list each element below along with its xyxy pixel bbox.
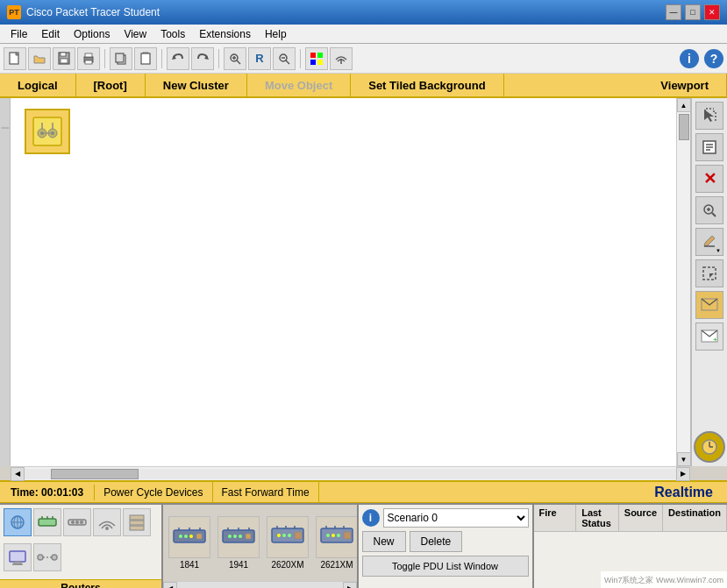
category-routers[interactable]	[4, 508, 32, 536]
separator-2	[161, 49, 162, 68]
pdu-info-icon[interactable]: i	[362, 509, 380, 527]
note-tool-button[interactable]	[695, 133, 723, 161]
copy-button[interactable]	[110, 47, 132, 70]
nav-move-object[interactable]: Move Object	[247, 74, 351, 96]
open-button[interactable]	[28, 47, 51, 70]
add-complex-pdu-button[interactable]: +	[695, 322, 723, 351]
power-cycle-button[interactable]: Power Cycle Devices	[95, 482, 212, 502]
devices-scroll-left[interactable]: ◀	[163, 582, 177, 589]
cluster-icon[interactable]	[25, 109, 70, 154]
save-button[interactable]	[53, 47, 75, 70]
menu-help[interactable]: Help	[258, 25, 294, 43]
svg-point-78	[184, 535, 188, 538]
fire-table-header: Fire Last Status Source Destination	[534, 505, 728, 532]
nav-bar: Logical [Root] New Cluster Move Object S…	[0, 74, 727, 98]
close-button[interactable]: ✕	[704, 4, 720, 20]
canvas-area[interactable]	[11, 98, 676, 466]
scroll-thumb-v[interactable]	[679, 114, 689, 140]
scroll-up-arrow[interactable]: ▲	[677, 98, 691, 112]
app-icon: PT	[7, 5, 21, 19]
category-label: Routers	[0, 579, 161, 588]
category-wireless[interactable]	[93, 508, 121, 536]
maximize-button[interactable]: □	[685, 4, 701, 20]
svg-point-85	[228, 535, 232, 538]
add-simple-pdu-button[interactable]	[695, 291, 723, 319]
antenna-button[interactable]	[330, 47, 353, 70]
pdu-new-button[interactable]: New	[362, 531, 406, 552]
window-title: Cisco Packet Tracer Student	[26, 6, 666, 18]
menu-extensions[interactable]: Extensions	[192, 25, 258, 43]
main-toolbar: R i ?	[0, 44, 727, 74]
device-1841[interactable]: 1841	[167, 514, 212, 571]
menu-options[interactable]: Options	[67, 25, 117, 43]
category-connections[interactable]	[33, 543, 61, 571]
device-items-scrollbar[interactable]: ◀ ▶	[163, 581, 357, 588]
nav-new-cluster[interactable]: New Cluster	[146, 74, 247, 96]
fire-col-dest: Destination	[663, 505, 727, 531]
time-display: Time: 00:01:03	[0, 485, 95, 500]
paste-button[interactable]	[134, 47, 157, 70]
zoom-in-tool[interactable]	[695, 196, 723, 224]
realtime-button[interactable]	[694, 431, 725, 463]
help-button[interactable]: ?	[704, 49, 723, 68]
fire-col-status: Last Status	[576, 505, 619, 531]
nav-viewport[interactable]: Viewport	[643, 74, 727, 96]
category-icons	[0, 505, 161, 579]
category-servers[interactable]	[123, 508, 151, 536]
fire-col-fire: Fire	[534, 505, 577, 531]
nav-logical[interactable]: Logical	[0, 74, 76, 96]
toggle-pdu-list-button[interactable]: Toggle PDU List Window	[362, 556, 529, 577]
category-hubs[interactable]	[63, 508, 91, 536]
svg-rect-96	[295, 532, 302, 539]
vertical-scrollbar[interactable]: ▲ ▼	[676, 98, 690, 466]
nav-set-tiled-bg[interactable]: Set Tiled Background	[351, 74, 503, 96]
select-tool-button[interactable]	[695, 102, 723, 130]
realtime-label: Realtime	[640, 483, 727, 502]
delete-tool-button[interactable]: ✕	[695, 165, 723, 193]
device-2620xm[interactable]: 2620XM	[265, 514, 310, 571]
horizontal-scrollbar[interactable]: ◀ ▶	[11, 466, 690, 480]
zoom-button[interactable]	[224, 47, 246, 70]
device-2621xm[interactable]: 2621XM	[314, 514, 357, 571]
scroll-right-arrow[interactable]: ▶	[676, 467, 690, 481]
minimize-button[interactable]: —	[666, 4, 681, 20]
svg-text:+: +	[713, 336, 717, 344]
pdu-delete-button[interactable]: Delete	[410, 531, 463, 552]
right-toolbar: ✕ +	[690, 98, 727, 466]
svg-point-93	[277, 534, 281, 537]
new-button[interactable]	[4, 47, 26, 70]
category-switches[interactable]	[33, 508, 61, 536]
menu-edit[interactable]: Edit	[34, 25, 67, 43]
menu-view[interactable]: View	[117, 25, 153, 43]
area-select-button[interactable]	[695, 259, 723, 287]
menu-tools[interactable]: Tools	[153, 25, 192, 43]
info-button[interactable]: i	[680, 49, 699, 68]
device-2620xm-icon	[267, 516, 309, 558]
svg-point-61	[75, 521, 79, 524]
menu-file[interactable]: File	[4, 25, 34, 43]
device-1941[interactable]: 1941	[216, 514, 261, 571]
svg-point-101	[326, 534, 330, 537]
scroll-track-h	[25, 469, 676, 479]
device-1841-label: 1841	[180, 560, 199, 570]
svg-rect-23	[317, 60, 323, 65]
devices-scroll-right[interactable]: ▶	[343, 582, 357, 589]
fast-forward-button[interactable]: Fast Forward Time	[213, 482, 319, 502]
svg-point-87	[239, 535, 242, 538]
scroll-thumb-h[interactable]	[51, 469, 139, 479]
redo-button[interactable]	[191, 47, 214, 70]
nav-root[interactable]: [Root]	[76, 74, 146, 96]
scroll-down-arrow[interactable]: ▼	[677, 452, 691, 466]
svg-rect-2	[61, 53, 66, 56]
r-button[interactable]: R	[248, 47, 271, 70]
svg-point-103	[337, 534, 340, 537]
scroll-left-arrow[interactable]: ◀	[11, 467, 25, 481]
undo-button[interactable]	[167, 47, 189, 70]
device-items: 1841 1941 2620XM 2621XM	[163, 505, 357, 588]
draw-tool-button[interactable]	[695, 228, 723, 256]
print-button[interactable]	[77, 47, 100, 70]
palette-button[interactable]	[305, 47, 328, 70]
scenario-select[interactable]: Scenario 0	[383, 508, 529, 528]
zoom-out-button[interactable]	[273, 47, 296, 70]
category-end-devices[interactable]	[4, 543, 32, 571]
